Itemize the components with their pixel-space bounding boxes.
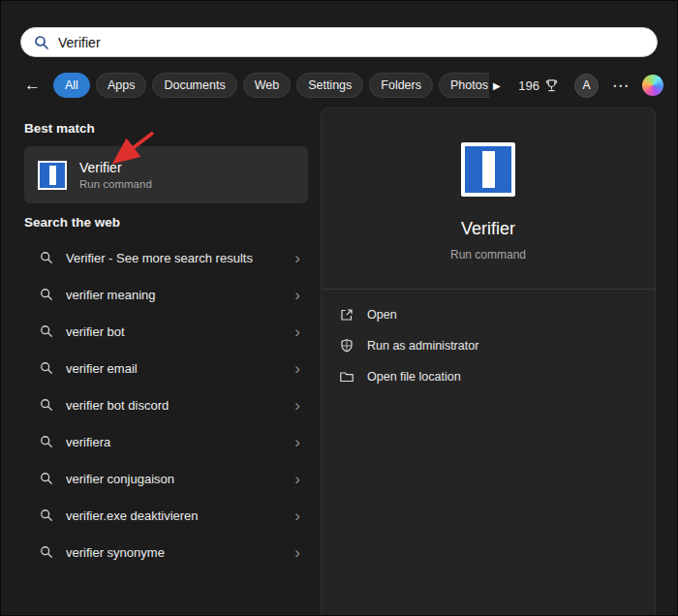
tab-documents[interactable]: Documents [152, 73, 236, 98]
rewards-badge[interactable]: 196 [518, 78, 559, 93]
rewards-count: 196 [518, 78, 539, 93]
search-input[interactable] [58, 35, 644, 50]
chevron-right-icon: › [294, 508, 300, 524]
search-icon [40, 361, 53, 375]
folder-icon [339, 369, 354, 385]
shield-icon [339, 338, 354, 354]
chevron-right-icon: › [294, 360, 300, 377]
best-match-result[interactable]: Verifier Run command [24, 146, 308, 203]
tab-photos[interactable]: Photos [439, 73, 489, 98]
best-match-subtitle: Run command [79, 178, 152, 190]
web-suggestion-row[interactable]: verifier bot › [24, 313, 308, 350]
action-open[interactable]: Open [322, 299, 655, 330]
verifier-app-icon-large [461, 142, 515, 197]
filter-tabs: All Apps Documents Web Settings Folders … [53, 73, 489, 98]
chevron-right-icon: › [294, 250, 300, 266]
more-options-icon[interactable]: ⋯ [612, 77, 629, 94]
web-suggestion-row[interactable]: Verifier - See more search results › [24, 239, 308, 276]
chevron-right-icon: › [294, 544, 300, 561]
back-button[interactable]: ← [24, 76, 47, 95]
chevron-right-icon: › [294, 434, 300, 450]
search-icon [40, 508, 53, 522]
tab-all[interactable]: All [53, 73, 90, 98]
preview-panel: Verifier Run command Open Run as adminis… [321, 108, 656, 616]
search-bar[interactable] [20, 27, 658, 57]
preview-subtitle: Run command [450, 248, 526, 262]
chevron-right-icon: › [294, 397, 300, 414]
tab-apps[interactable]: Apps [96, 73, 147, 98]
action-run-as-administrator[interactable]: Run as administrator [322, 330, 655, 361]
search-icon [40, 324, 53, 338]
best-match-title: Verifier [79, 160, 152, 175]
filter-tabs-row: ← All Apps Documents Web Settings Folder… [24, 72, 663, 99]
search-icon [40, 472, 53, 485]
tabs-scroll-right-icon[interactable]: ▶ [493, 80, 501, 91]
divider [322, 289, 655, 290]
search-icon [40, 398, 53, 412]
open-icon [339, 307, 354, 323]
web-suggestions-list: Verifier - See more search results › ver… [24, 239, 308, 570]
verifier-app-icon [38, 161, 67, 190]
web-suggestion-row[interactable]: verifiera › [24, 423, 308, 460]
web-suggestion-row[interactable]: verifier synonyme › [24, 534, 308, 570]
preview-title: Verifier [461, 219, 515, 239]
preview-actions: Open Run as administrator Open file loca… [322, 299, 655, 392]
best-match-heading: Best match [24, 121, 95, 136]
tab-folders[interactable]: Folders [369, 73, 433, 98]
user-avatar[interactable]: A [574, 74, 599, 98]
web-suggestion-row[interactable]: verifier bot discord › [24, 386, 308, 423]
search-icon [40, 251, 53, 264]
search-icon [40, 545, 53, 559]
rewards-trophy-icon [544, 78, 559, 93]
chevron-right-icon: › [294, 323, 300, 340]
chevron-right-icon: › [294, 287, 300, 303]
tab-web[interactable]: Web [243, 73, 291, 98]
chevron-right-icon: › [294, 471, 300, 487]
search-icon [40, 288, 53, 301]
copilot-icon[interactable] [642, 75, 663, 96]
search-icon [34, 35, 49, 50]
windows-search-flyout: ← All Apps Documents Web Settings Folder… [0, 0, 678, 616]
search-icon [40, 435, 53, 448]
search-web-heading: Search the web [24, 215, 120, 230]
web-suggestion-row[interactable]: verifier email › [24, 350, 308, 386]
tab-settings[interactable]: Settings [296, 73, 363, 98]
action-open-file-location[interactable]: Open file location [322, 361, 655, 392]
web-suggestion-row[interactable]: verifier meaning › [24, 276, 308, 313]
web-suggestion-row[interactable]: verifier conjugaison › [24, 460, 308, 497]
web-suggestion-row[interactable]: verifier.exe deaktivieren › [24, 497, 308, 534]
